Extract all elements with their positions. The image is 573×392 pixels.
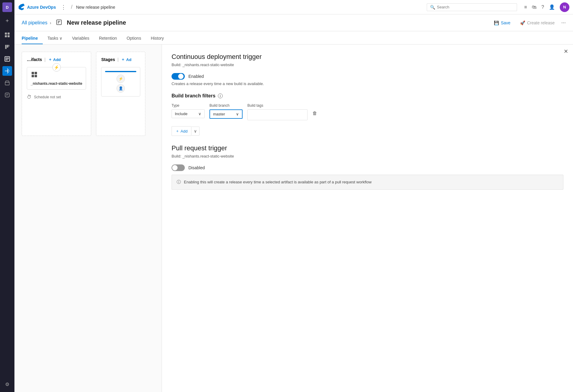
tab-retention[interactable]: Retention	[94, 33, 122, 44]
add-filter-dropdown[interactable]: ∨	[191, 127, 200, 136]
add-filter-plus-icon: ＋	[175, 128, 179, 134]
sidebar-item-pipelines[interactable]	[2, 66, 12, 76]
tab-history[interactable]: History	[146, 33, 169, 44]
more-actions-button[interactable]: ···	[561, 20, 566, 26]
sidebar-user-avatar[interactable]: D	[2, 2, 12, 12]
save-icon: 💾	[494, 20, 499, 25]
trigger-panel-build-label: Build: _nishants.react-static-website	[172, 63, 563, 67]
branch-filter-col: Build branch master ∨	[209, 103, 243, 119]
build-tags-input[interactable]	[247, 109, 308, 120]
pr-info-box: ⓘ Enabling this will create a release ev…	[172, 175, 563, 190]
topbar-more-icon[interactable]: ⋮	[60, 4, 67, 11]
delete-filter-button[interactable]: 🗑	[312, 111, 317, 116]
pr-build-label: Build: _nishants.react-static-website	[172, 154, 563, 158]
breadcrumb-link[interactable]: All pipelines	[22, 20, 47, 26]
sidebar-item-overview[interactable]	[2, 30, 12, 40]
pr-toggle[interactable]	[172, 164, 185, 171]
stages-header: Stages | ＋ Ad	[101, 57, 140, 62]
schedule-icon: ⏱	[27, 94, 32, 100]
breadcrumb: All pipelines ›	[22, 20, 51, 26]
close-panel-button[interactable]: ✕	[564, 48, 568, 55]
artifacts-header: …ifacts | ＋ Add	[27, 57, 86, 62]
tab-pipeline[interactable]: Pipeline	[22, 33, 43, 44]
type-label: Type	[172, 103, 205, 108]
save-button[interactable]: 💾 Save	[491, 19, 513, 27]
artifact-card[interactable]: ⚡ _nishants.react-static-website	[27, 67, 86, 90]
plus-icon2: ＋	[121, 57, 125, 62]
topbar-icons: ≡ 🛍 ? 👤 N	[524, 2, 569, 12]
help-icon[interactable]: ?	[541, 5, 544, 10]
pr-info-text: Enabling this will create a release ever…	[184, 179, 372, 185]
svg-rect-3	[8, 35, 10, 37]
azure-devops-logo[interactable]: Azure DevOps	[18, 4, 56, 11]
artifacts-column: …ifacts | ＋ Add ⚡	[22, 52, 91, 136]
schedule-card[interactable]: ⏱ Schedule not set	[27, 94, 86, 100]
stages-column: Stages | ＋ Ad ⚡ 👤	[96, 52, 145, 136]
branch-label: Build branch	[209, 103, 243, 108]
schedule-label: Schedule not set	[34, 95, 61, 99]
svg-rect-9	[35, 75, 37, 77]
add-label: Ad	[126, 57, 131, 62]
pr-toggle-label: Disabled	[188, 165, 205, 170]
page-header: All pipelines › New release pipeline 💾 S…	[14, 14, 573, 31]
stage-user-button[interactable]: 👤	[116, 84, 125, 93]
add-filter-row: ＋ Add ∨	[172, 126, 563, 136]
svg-rect-4	[5, 93, 9, 97]
main-area: Azure DevOps ⋮ / New release pipeline 🔍 …	[14, 0, 573, 392]
pr-trigger-title: Pull request trigger	[172, 144, 563, 152]
search-input[interactable]	[437, 5, 514, 9]
svg-rect-1	[8, 32, 10, 35]
separator2: |	[117, 57, 119, 62]
tags-filter-col: Build tags	[247, 103, 308, 120]
tab-tasks[interactable]: Tasks ∨	[43, 33, 67, 44]
search-box[interactable]: 🔍	[427, 3, 517, 11]
chevron-down-icon2: ∨	[236, 112, 239, 116]
chevron-down-icon: ∨	[198, 112, 201, 116]
content-area: …ifacts | ＋ Add ⚡	[14, 44, 573, 392]
tags-label: Build tags	[247, 103, 308, 108]
add-stage-button[interactable]: ＋ Ad	[121, 57, 131, 62]
add-artifact-button[interactable]: ＋ Add	[48, 57, 61, 62]
trigger-panel-title: Continuous deployment trigger	[172, 53, 563, 61]
stages-title: Stages	[101, 57, 115, 62]
create-release-button[interactable]: 🚀 Create release	[517, 19, 558, 27]
svg-rect-0	[5, 32, 7, 35]
cd-toggle-desc: Creates a release every time a new build…	[172, 81, 563, 86]
sidebar-add-button[interactable]: ＋	[5, 17, 10, 24]
branch-filters-info-icon[interactable]: i	[218, 93, 223, 98]
tab-variables[interactable]: Variables	[67, 33, 94, 44]
marketplace-icon[interactable]: 🛍	[532, 5, 537, 10]
artifact-trigger-button[interactable]: ⚡	[52, 63, 61, 72]
settings-icon[interactable]: 👤	[549, 4, 555, 10]
pipeline-canvas: …ifacts | ＋ Add ⚡	[14, 44, 162, 392]
sidebar-item-boards[interactable]	[2, 42, 12, 52]
cd-toggle[interactable]	[172, 73, 185, 80]
sidebar-item-artifacts[interactable]	[2, 90, 12, 100]
rocket-icon: 🚀	[520, 20, 525, 25]
page-title: New release pipeline	[67, 19, 126, 26]
breadcrumb-arrow-icon: ›	[50, 20, 51, 25]
pipeline-icon	[56, 19, 62, 26]
notifications-icon[interactable]: ≡	[524, 5, 527, 10]
stage-header-bar	[105, 71, 136, 72]
stage-trigger-button[interactable]: ⚡	[116, 75, 125, 83]
type-select[interactable]: Include ∨	[172, 109, 205, 118]
user-avatar[interactable]: N	[560, 2, 569, 12]
header-actions: 💾 Save 🚀 Create release ···	[491, 19, 566, 27]
sidebar-item-repos[interactable]	[2, 54, 12, 64]
sidebar: D ＋ ⚙	[0, 0, 14, 392]
tab-options[interactable]: Options	[122, 33, 146, 44]
add-filter-button[interactable]: ＋ Add	[172, 126, 191, 136]
stage-card[interactable]: ⚡ 👤	[101, 67, 140, 96]
sidebar-item-testplans[interactable]	[2, 78, 12, 88]
svg-rect-6	[32, 72, 34, 74]
pr-toggle-row: Disabled	[172, 164, 563, 171]
sidebar-settings-icon[interactable]: ⚙	[5, 381, 9, 387]
branch-select[interactable]: master ∨	[209, 109, 243, 119]
branch-filters-section-title: Build branch filters i	[172, 93, 563, 99]
separator: |	[45, 57, 46, 62]
pr-section: Pull request trigger Build: _nishants.re…	[172, 144, 563, 190]
right-panel: ✕ Continuous deployment trigger Build: _…	[162, 44, 573, 392]
topbar-pipeline-title: New release pipeline	[76, 5, 115, 10]
svg-rect-8	[32, 75, 34, 77]
